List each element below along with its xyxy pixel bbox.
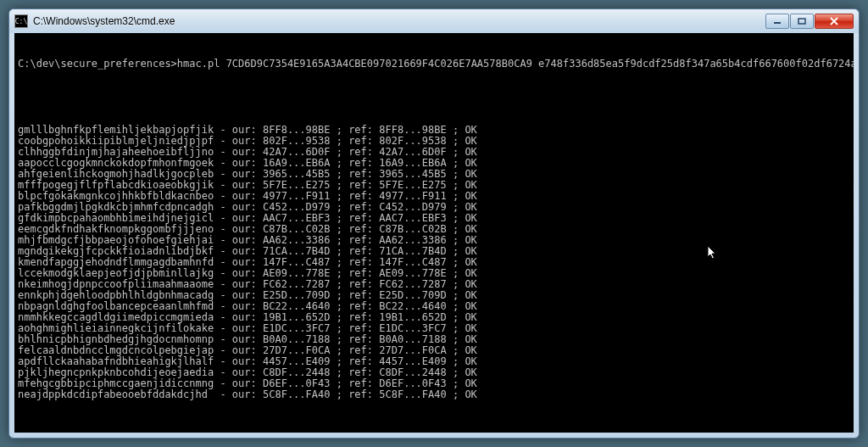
terminal-output[interactable]: C:\dev\secure_preferences>hmac.pl 7CD6D9…: [14, 33, 854, 433]
maximize-button[interactable]: [790, 14, 814, 29]
result-row: neajdppkdcdipfabeooebfddakdcjhd - our: 5…: [18, 389, 850, 400]
prompt: C:\dev\secure_preferences>: [18, 58, 177, 70]
blank-line-2: [18, 422, 850, 433]
close-button[interactable]: [815, 14, 854, 29]
result-rows: gmlllbghnfkpflemihljekbapjopfjik - our: …: [18, 125, 850, 400]
titlebar[interactable]: C:\ C:\Windows\system32\cmd.exe: [9, 9, 859, 33]
cmd-icon: C:\: [14, 14, 28, 28]
svg-rect-0: [774, 22, 781, 24]
command-line: C:\dev\secure_preferences>hmac.pl 7CD6D9…: [18, 59, 850, 70]
blank-line: [18, 92, 850, 103]
command-text: hmac.pl 7CD6D9C7354E9165A3A4CBE097021669…: [177, 58, 854, 70]
svg-rect-1: [798, 19, 805, 24]
cmd-window: C:\ C:\Windows\system32\cmd.exe C:\dev\s…: [8, 8, 860, 439]
window-controls: [765, 14, 854, 29]
minimize-button[interactable]: [765, 14, 789, 29]
window-title: C:\Windows\system32\cmd.exe: [33, 15, 765, 27]
